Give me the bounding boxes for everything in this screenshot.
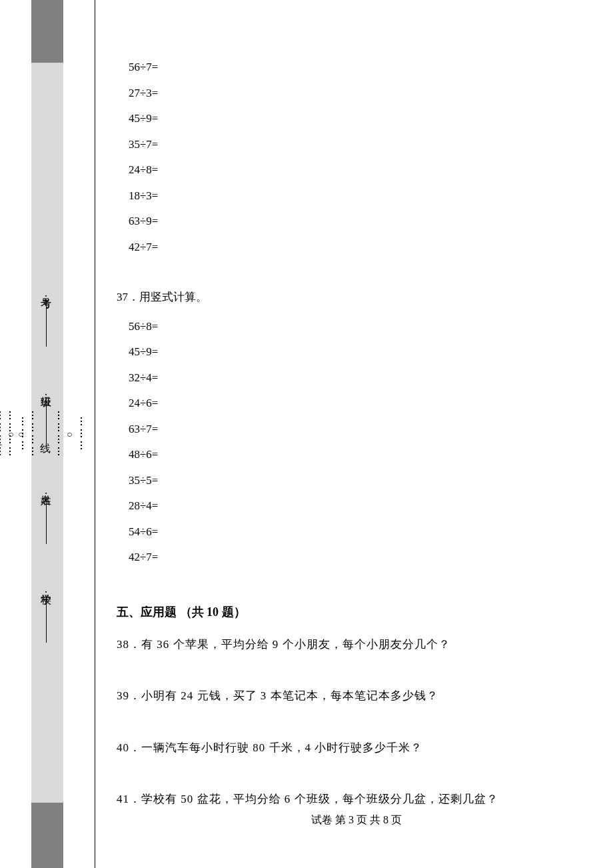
page-content: 56÷7=27÷3=45÷9=35÷7=24÷8=18÷3=63÷9=42÷7=… [117, 0, 596, 868]
q37-items: 56÷8=45÷9=32÷4=24÷6=63÷7=48÷6=35÷5=28÷4=… [129, 318, 596, 566]
word-problem: 38．有 36 个苹果，平均分给 9 个小朋友，每个小朋友分几个？ [117, 636, 596, 653]
calc-item: 63÷9= [129, 213, 596, 230]
field-examno: 考号： [41, 289, 52, 300]
field-name: 姓名： [41, 487, 52, 497]
word-problem: 39．小明有 24 元钱，买了 3 本笔记本，每本笔记本多少钱？ [117, 687, 596, 705]
word-problem: 40．一辆汽车每小时行驶 80 千米，4 小时行驶多少千米？ [117, 739, 596, 757]
calc-item: 45÷9= [129, 343, 596, 361]
calc-list-continuation: 56÷7=27÷3=45÷9=35÷7=24÷8=18÷3=63÷9=42÷7= [129, 59, 596, 255]
binding-margin: 学校： 姓名： 班级： 考号： ︙︙︙○︙︙︙︙线︙︙︙︙○︙︙︙︙订︙︙︙︙○… [0, 0, 95, 868]
question-37: 37．用竖式计算。 56÷8=45÷9=32÷4=24÷6=63÷7=48÷6=… [117, 289, 596, 566]
calc-item: 32÷4= [129, 369, 596, 387]
calc-item: 45÷9= [129, 110, 596, 127]
calc-item: 54÷6= [129, 523, 596, 541]
word-problem: 41．学校有 50 盆花，平均分给 6 个班级，每个班级分几盆，还剩几盆？ [117, 791, 596, 808]
calc-item: 24÷6= [129, 395, 596, 412]
calc-item: 28÷4= [129, 497, 596, 515]
calc-item: 24÷8= [129, 161, 596, 179]
inner-binding-column: ︙︙︙○︙︙︙︙线︙︙︙︙○︙︙︙︙订︙︙︙︙○︙︙︙︙装︙︙︙︙○︙︙︙︙内︙… [68, 0, 87, 868]
calc-item: 56÷8= [129, 318, 596, 335]
calc-item: 18÷3= [129, 187, 596, 205]
calc-item: 48÷6= [129, 446, 596, 463]
page-divider-line [95, 0, 95, 868]
calc-item: 35÷5= [129, 472, 596, 489]
calc-item: 42÷7= [129, 549, 596, 566]
page-footer: 试卷 第 3 页 共 8 页 [117, 812, 596, 828]
calc-item: 56÷7= [129, 59, 596, 76]
field-class: 班级： [41, 388, 52, 399]
calc-item: 35÷7= [129, 136, 596, 153]
section-5-heading: 五、应用题 （共 10 题） [117, 603, 596, 621]
word-problems: 38．有 36 个苹果，平均分给 9 个小朋友，每个小朋友分几个？39．小明有 … [117, 636, 596, 808]
calc-item: 42÷7= [129, 239, 596, 256]
calc-item: 27÷3= [129, 85, 596, 102]
calc-item: 63÷7= [129, 421, 596, 438]
field-school: 学校： [41, 585, 52, 596]
question-37-label: 37．用竖式计算。 [117, 289, 596, 306]
